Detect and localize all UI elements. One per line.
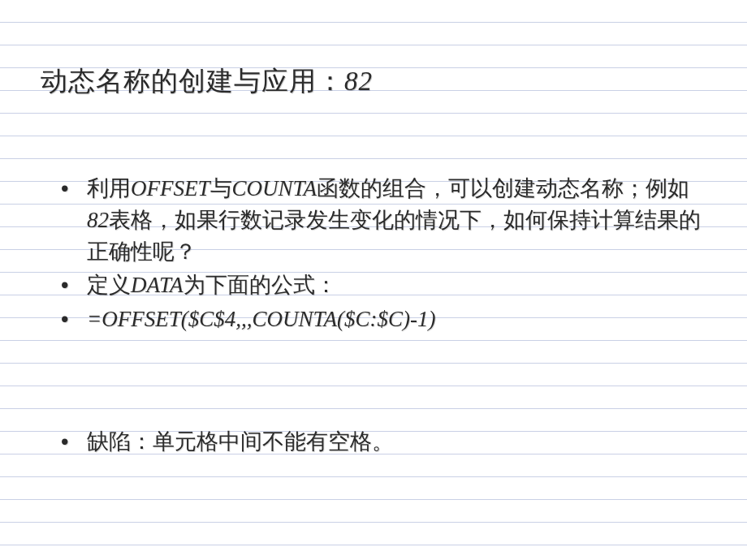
text-segment: =OFFSET($C$4,,,COUNTA($C:$C)-1) <box>87 307 435 331</box>
slide-title: 动态名称的创建与应用：82 <box>41 63 706 100</box>
text-segment: 定义 <box>87 273 131 297</box>
text-segment: 与 <box>210 176 232 200</box>
bullet-item: 利用OFFSET与COUNTA函数的组合，可以创建动态名称；例如82表格，如果行… <box>53 173 706 268</box>
text-segment: 为下面的公式： <box>184 273 337 297</box>
bullet-list-secondary: 缺陷：单元格中间不能有空格。 <box>41 426 706 458</box>
text-segment: 函数的组合，可以创建动态名称；例如 <box>317 176 689 200</box>
bullet-item: =OFFSET($C$4,,,COUNTA($C:$C)-1) <box>53 304 706 335</box>
text-segment: 表格，如果行数记录发生变化的情况下，如何保持计算结果的正确性呢？ <box>87 208 701 264</box>
bullet-item: 缺陷：单元格中间不能有空格。 <box>53 426 706 458</box>
title-number: 82 <box>344 67 373 96</box>
content-spacer <box>41 337 706 426</box>
text-segment: OFFSET <box>131 176 210 200</box>
text-segment: 82 <box>87 208 109 232</box>
text-segment: 利用 <box>87 176 131 200</box>
text-segment: DATA <box>131 273 184 297</box>
text-segment: 缺陷：单元格中间不能有空格。 <box>87 429 394 454</box>
text-segment: COUNTA <box>232 176 317 200</box>
title-prefix: 动态名称的创建与应用： <box>41 66 344 96</box>
bullet-list-main: 利用OFFSET与COUNTA函数的组合，可以创建动态名称；例如82表格，如果行… <box>41 173 706 335</box>
slide-container: 动态名称的创建与应用：82 利用OFFSET与COUNTA函数的组合，可以创建动… <box>0 0 747 500</box>
bullet-item: 定义DATA为下面的公式： <box>53 269 706 301</box>
